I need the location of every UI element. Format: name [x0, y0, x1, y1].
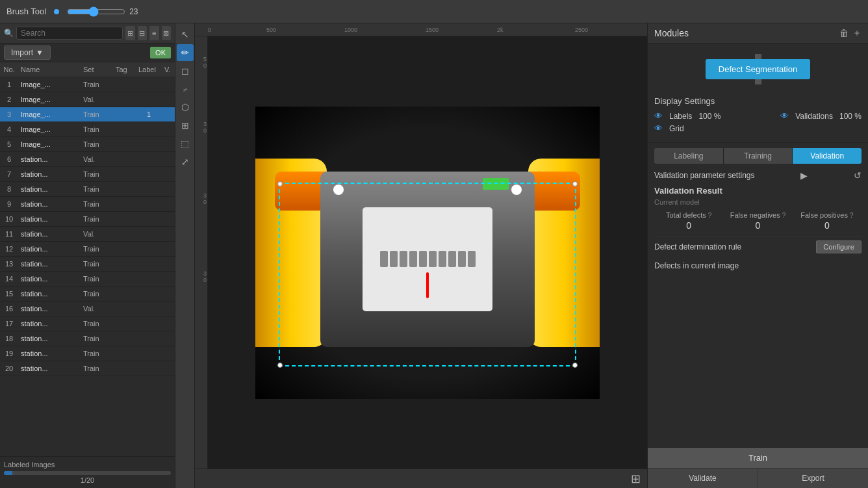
search-input[interactable] [16, 27, 123, 40]
cell-label [136, 99, 162, 100]
cell-v [162, 203, 175, 205]
modules-header: Modules 🗑 ＋ [648, 23, 868, 44]
export-button[interactable]: Export [758, 468, 868, 488]
false-negatives-help-icon[interactable]: ? [782, 212, 786, 219]
cell-tag [113, 263, 136, 264]
cell-v [162, 293, 175, 294]
cell-label [136, 173, 162, 175]
cell-label [136, 368, 162, 369]
connector-red-wire [426, 272, 429, 298]
canvas-content: 50 30 30 30 [195, 36, 647, 469]
image-view[interactable] [208, 36, 647, 469]
table-row[interactable]: 19 station... Train [0, 346, 175, 361]
cell-no: 10 [0, 214, 18, 224]
cell-no: 20 [0, 364, 18, 373]
cell-v [162, 159, 175, 160]
right-bottom: Train Validate Export [648, 447, 868, 488]
validate-button[interactable]: Validate [648, 468, 758, 488]
cell-v [162, 308, 175, 309]
table-row[interactable]: 4 Image_... Train [0, 122, 175, 137]
table-row[interactable]: 9 station... Train [0, 197, 175, 212]
table-row[interactable]: 20 station... Train [0, 361, 175, 376]
table-row[interactable]: 7 station... Train [0, 167, 175, 182]
defect-seg-container: Defect Segmentation [648, 44, 868, 90]
cell-set: Train [81, 319, 113, 328]
connector-pin [458, 251, 466, 267]
metrics-row: Total defects ? 0 False negatives ? 0 Fa… [654, 211, 862, 231]
import-button[interactable]: Import ▼ [4, 45, 51, 60]
table-row[interactable]: 15 station... Train [0, 287, 175, 302]
connector-image [255, 107, 600, 399]
modules-add-btn[interactable]: ＋ [852, 27, 862, 39]
table-row[interactable]: 11 station... Val. [0, 227, 175, 242]
connector-corner-tr [511, 185, 522, 195]
table-row[interactable]: 1 Image_... Train [0, 77, 175, 92]
connector-pin [400, 251, 407, 267]
move-tool-btn[interactable]: ⤢ [177, 153, 194, 170]
validations-eye-icon[interactable]: 👁 [780, 111, 789, 121]
cell-label [136, 353, 162, 354]
progress-bar-fill [4, 471, 12, 475]
left-panel: 🔍 ⊞ ⊟ ≡ ⊠ Import ▼ OK No. Name Set Tag L… [0, 23, 175, 488]
cell-name: station... [18, 199, 81, 209]
cell-name: station... [18, 155, 81, 164]
table-row[interactable]: 18 station... Train [0, 331, 175, 346]
brush-size-slider[interactable] [67, 6, 125, 17]
table-row[interactable]: 13 station... Train [0, 257, 175, 272]
fill-tool-btn[interactable]: ⌿ [177, 81, 194, 97]
table-row[interactable]: 14 station... Train [0, 272, 175, 287]
rect-tool-btn[interactable]: ⊞ [177, 117, 194, 134]
tab-validation[interactable]: Validation [793, 148, 862, 164]
cell-v [162, 248, 175, 250]
table-row[interactable]: 2 Image_... Val. [0, 92, 175, 107]
labels-eye-icon[interactable]: 👁 [654, 111, 663, 121]
grid-label: Grid [669, 124, 684, 133]
eraser-tool-btn[interactable]: ◻ [177, 62, 194, 79]
table-row[interactable]: 17 station... Train [0, 316, 175, 331]
cell-v [162, 188, 175, 190]
table-row[interactable]: 16 station... Val. [0, 302, 175, 316]
settings-btn[interactable]: ⊠ [162, 26, 172, 40]
labels-row: 👁 Labels 100 % 👁 Validations 100 % [654, 111, 862, 121]
table-row[interactable]: 8 station... Train [0, 182, 175, 197]
table-row[interactable]: 10 station... Train [0, 212, 175, 227]
val-param-arrow-icon[interactable]: ▶ [800, 170, 808, 181]
defect-segmentation-btn[interactable]: Defect Segmentation [706, 59, 810, 79]
table-row[interactable]: 3 Image_... Train 1 [0, 107, 175, 122]
modules-delete-btn[interactable]: 🗑 [839, 27, 849, 39]
cell-no: 15 [0, 289, 18, 298]
total-defects-help-icon[interactable]: ? [708, 212, 712, 219]
false-positives-help-icon[interactable]: ? [850, 212, 854, 219]
tab-training[interactable]: Training [724, 148, 793, 164]
image-list: 1 Image_... Train 2 Image_... Val. 3 Ima… [0, 77, 175, 456]
polygon-tool-btn[interactable]: ⬡ [177, 99, 194, 116]
configure-button[interactable]: Configure [816, 240, 862, 253]
ruler-horizontal: 0 500 1000 1500 2k 2500 [195, 23, 647, 36]
cell-tag [113, 233, 136, 235]
cell-v [162, 278, 175, 279]
labels-label: Labels [669, 112, 692, 121]
cell-name: station... [18, 170, 81, 179]
val-param-row: Validation parameter settings ▶ ↺ [654, 170, 862, 181]
selection-corner-bl [277, 363, 283, 368]
grid-view-btn[interactable]: ⊞ [125, 26, 135, 40]
train-button[interactable]: Train [648, 448, 868, 468]
ok-button[interactable]: OK [150, 47, 171, 58]
table-row[interactable]: 12 station... Train [0, 242, 175, 257]
cell-label [136, 248, 162, 250]
table-row[interactable]: 5 Image_... Train [0, 137, 175, 152]
connector-pin [448, 251, 456, 267]
cell-v [162, 263, 175, 264]
tab-labeling[interactable]: Labeling [654, 148, 724, 164]
filter-btn[interactable]: ⊟ [138, 26, 147, 40]
val-history-icon[interactable]: ↺ [854, 170, 862, 181]
val-result-title: Validation Result [654, 186, 862, 196]
select-tool-btn[interactable]: ⬚ [177, 135, 194, 152]
grid-eye-icon[interactable]: 👁 [654, 123, 663, 133]
grid-bottom-icon[interactable]: ⊞ [631, 472, 641, 486]
pointer-tool-btn[interactable]: ↖ [177, 26, 194, 43]
brush-tool-btn[interactable]: ✏ [177, 44, 194, 61]
defects-current-label: Defects in current image [654, 261, 862, 270]
list-view-btn[interactable]: ≡ [149, 26, 159, 40]
table-row[interactable]: 6 station... Val. [0, 152, 175, 167]
